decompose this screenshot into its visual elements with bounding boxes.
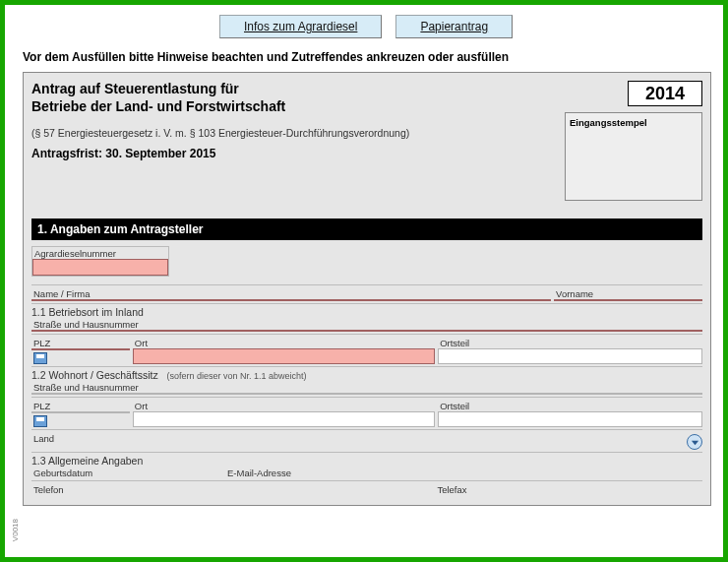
label-ort-12: Ort <box>133 400 435 411</box>
save-icon[interactable] <box>33 352 47 364</box>
label-strasse-12: Straße und Hausnummer <box>31 381 702 393</box>
input-strasse-12[interactable] <box>31 393 702 395</box>
input-plz-12[interactable] <box>31 411 130 413</box>
receipt-stamp-box: Eingangsstempel <box>565 112 702 201</box>
save-icon[interactable] <box>33 415 47 427</box>
label-ort-11: Ort <box>133 337 435 348</box>
input-vorname[interactable] <box>554 299 702 301</box>
application-deadline: Antragsfrist: 30. September 2015 <box>31 147 555 160</box>
label-ortsteil-12: Ortsteil <box>438 400 702 411</box>
input-ortsteil-12[interactable] <box>438 411 702 427</box>
law-reference: (§ 57 Energiesteuergesetz i. V. m. § 103… <box>31 127 555 139</box>
input-ort-11[interactable] <box>133 348 435 364</box>
label-land: Land <box>31 432 684 444</box>
fill-instruction: Vor dem Ausfüllen bitte Hinweise beachte… <box>23 50 711 64</box>
info-agrardiesel-button[interactable]: Infos zum Agrardiesel <box>219 15 382 38</box>
side-form-code: V0018 <box>11 519 20 541</box>
input-agrardieselnummer[interactable] <box>32 259 168 276</box>
label-strasse-11: Straße und Hausnummer <box>31 318 702 330</box>
papierantrag-button[interactable]: Papierantrag <box>395 15 513 38</box>
label-plz-12: PLZ <box>31 400 130 411</box>
input-land[interactable] <box>31 444 684 450</box>
form-title-1: Antrag auf Steuerentlastung für <box>31 81 555 98</box>
subsection-1-1: 1.1 Betriebsort im Inland <box>31 303 702 318</box>
year-box: 2014 <box>628 81 702 106</box>
label-plz-11: PLZ <box>31 337 130 348</box>
form-title-2: Betriebe der Land- und Forstwirtschaft <box>31 98 555 116</box>
label-name-firma: Name / Firma <box>31 287 551 299</box>
svg-marker-0 <box>691 440 698 445</box>
label-email: E-Mail-Adresse <box>225 467 702 478</box>
expand-button[interactable] <box>687 434 702 450</box>
form-container: Antrag auf Steuerentlastung für Betriebe… <box>23 72 711 506</box>
label-geburtsdatum: Geburtsdatum <box>31 467 222 478</box>
subsection-1-3: 1.3 Allgemeine Angaben <box>31 452 702 467</box>
input-name-firma[interactable] <box>31 299 551 301</box>
input-ort-12[interactable] <box>133 411 435 427</box>
label-telefon: Telefon <box>31 483 432 495</box>
label-ortsteil-11: Ortsteil <box>438 337 702 348</box>
subsection-1-2: 1.2 Wohnort / Geschäftssitz (sofern dies… <box>31 366 702 381</box>
label-telefax: Telefax <box>435 483 702 495</box>
section-1-header: 1. Angaben zum Antragsteller <box>31 219 702 240</box>
input-plz-11[interactable] <box>31 348 130 350</box>
input-strasse-11[interactable] <box>31 330 702 332</box>
label-agrardieselnummer: Agrardieselnummer <box>32 247 168 259</box>
label-vorname: Vorname <box>554 287 702 299</box>
input-ortsteil-11[interactable] <box>438 348 702 364</box>
